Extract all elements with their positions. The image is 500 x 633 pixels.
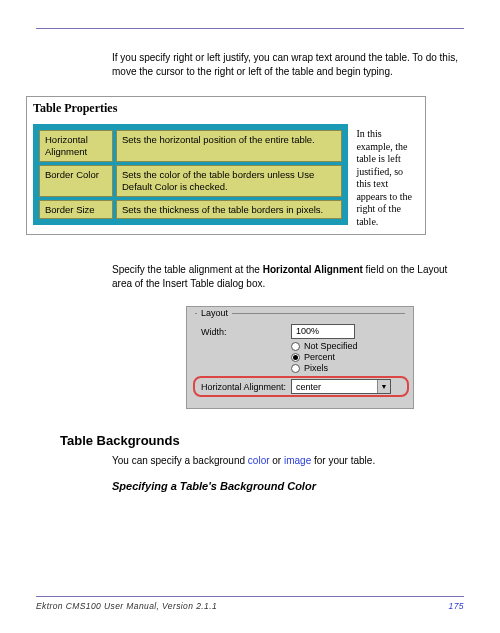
prop-desc: Sets the color of the table borders unle… — [116, 165, 342, 197]
width-row: Width: 100% — [195, 324, 405, 339]
radio-icon — [291, 342, 300, 351]
chevron-down-icon: ▼ — [377, 380, 390, 393]
intro-block: If you specify right or left justify, yo… — [112, 51, 460, 78]
prop-label: Horizontal Alignment — [39, 130, 113, 162]
para2-text: Specify the table alignment at the Horiz… — [112, 263, 460, 290]
fig1-body: Horizontal Alignment Sets the horizontal… — [27, 120, 425, 234]
layout-legend: Layout — [197, 308, 232, 318]
width-input[interactable]: 100% — [291, 324, 355, 339]
footer-row: Ektron CMS100 User Manual, Version 2.1.1… — [36, 601, 464, 611]
heading-table-backgrounds: Table Backgrounds — [60, 433, 464, 448]
link-color[interactable]: color — [248, 455, 270, 466]
radio-icon — [291, 353, 300, 362]
para-backgrounds: You can specify a background color or im… — [112, 454, 460, 468]
table-row: Border Size Sets the thickness of the ta… — [39, 200, 342, 220]
page-footer: Ektron CMS100 User Manual, Version 2.1.1… — [36, 596, 464, 611]
link-image[interactable]: image — [284, 455, 311, 466]
halign-row: Horizontal Alignment: center ▼ — [195, 379, 405, 394]
figure-layout-dialog: Layout Width: 100% Not Specified Percent… — [186, 306, 414, 409]
para3-mid: or — [270, 455, 284, 466]
figure-table-properties: Table Properties Horizontal Alignment Se… — [26, 96, 426, 235]
properties-table: Horizontal Alignment Sets the horizontal… — [33, 124, 348, 225]
footer-rule — [36, 596, 464, 597]
halign-value: center — [296, 382, 321, 392]
para3-pre: You can specify a background — [112, 455, 248, 466]
table-row: Border Color Sets the color of the table… — [39, 165, 342, 197]
radio-label: Not Specified — [304, 341, 358, 351]
prop-desc: Sets the thickness of the table borders … — [116, 200, 342, 220]
prop-label: Border Color — [39, 165, 113, 197]
fig1-caption: In this example, the table is left justi… — [356, 124, 419, 228]
para-alignment-note: Specify the table alignment at the Horiz… — [112, 263, 460, 290]
footer-page-number: 175 — [449, 601, 464, 611]
width-label: Width: — [201, 327, 291, 337]
para3-text: You can specify a background color or im… — [112, 454, 460, 468]
halign-label: Horizontal Alignment: — [201, 382, 291, 392]
layout-group: Layout Width: 100% Not Specified Percent… — [195, 313, 405, 394]
intro-paragraph: If you specify right or left justify, yo… — [112, 51, 460, 78]
prop-desc: Sets the horizontal position of the enti… — [116, 130, 342, 162]
fig1-title: Table Properties — [27, 97, 425, 120]
top-rule — [36, 28, 464, 29]
radio-label: Pixels — [304, 363, 328, 373]
footer-title: Ektron CMS100 User Manual, Version 2.1.1 — [36, 601, 217, 611]
radio-label: Percent — [304, 352, 335, 362]
halign-select[interactable]: center ▼ — [291, 379, 391, 394]
radio-percent[interactable]: Percent — [291, 352, 405, 362]
para2-pre: Specify the table alignment at the — [112, 264, 263, 275]
radio-not-specified[interactable]: Not Specified — [291, 341, 405, 351]
radio-icon — [291, 364, 300, 373]
para3-post: for your table. — [311, 455, 375, 466]
para2-bold: Horizontal Alignment — [263, 264, 363, 275]
radio-pixels[interactable]: Pixels — [291, 363, 405, 373]
width-unit-radios: Not Specified Percent Pixels — [291, 341, 405, 373]
prop-label: Border Size — [39, 200, 113, 220]
table-row: Horizontal Alignment Sets the horizontal… — [39, 130, 342, 162]
heading-specifying-bg-color: Specifying a Table's Background Color — [112, 480, 464, 492]
